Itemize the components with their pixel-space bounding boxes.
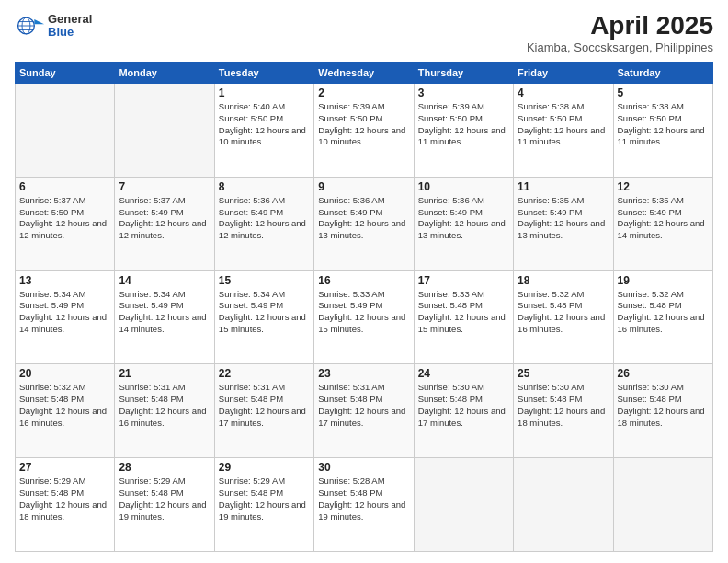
calendar-page: General Blue April 2025 Kiamba, Soccsksa… [0, 0, 728, 563]
calendar-cell: 25Sunrise: 5:30 AM Sunset: 5:48 PM Dayli… [514, 364, 613, 458]
day-info: Sunrise: 5:29 AM Sunset: 5:48 PM Dayligh… [219, 476, 310, 523]
logo-general-text: General [48, 13, 92, 26]
calendar-cell: 5Sunrise: 5:38 AM Sunset: 5:50 PM Daylig… [613, 84, 712, 178]
day-info: Sunrise: 5:36 AM Sunset: 5:49 PM Dayligh… [318, 195, 409, 242]
day-number: 23 [318, 367, 409, 380]
day-number: 17 [418, 274, 509, 287]
day-number: 11 [518, 180, 609, 193]
calendar-week-3: 13Sunrise: 5:34 AM Sunset: 5:49 PM Dayli… [16, 270, 713, 364]
day-info: Sunrise: 5:35 AM Sunset: 5:49 PM Dayligh… [618, 195, 709, 242]
day-info: Sunrise: 5:36 AM Sunset: 5:49 PM Dayligh… [219, 195, 310, 242]
day-header-sunday: Sunday [16, 63, 115, 84]
calendar-cell: 27Sunrise: 5:29 AM Sunset: 5:48 PM Dayli… [16, 458, 115, 552]
calendar-cell: 23Sunrise: 5:31 AM Sunset: 5:48 PM Dayli… [314, 364, 414, 458]
day-number: 28 [119, 461, 210, 474]
day-number: 5 [618, 86, 709, 99]
logo-blue-text: Blue [48, 26, 92, 39]
calendar-cell: 9Sunrise: 5:36 AM Sunset: 5:49 PM Daylig… [314, 177, 414, 270]
day-number: 13 [19, 274, 110, 287]
day-number: 2 [318, 86, 409, 99]
day-info: Sunrise: 5:35 AM Sunset: 5:49 PM Dayligh… [518, 195, 609, 242]
day-info: Sunrise: 5:31 AM Sunset: 5:48 PM Dayligh… [318, 382, 409, 429]
day-number: 12 [618, 180, 709, 193]
day-info: Sunrise: 5:34 AM Sunset: 5:49 PM Dayligh… [19, 289, 110, 336]
day-info: Sunrise: 5:33 AM Sunset: 5:49 PM Dayligh… [318, 289, 409, 336]
day-number: 7 [119, 180, 210, 193]
day-number: 25 [518, 367, 609, 380]
calendar-cell: 30Sunrise: 5:28 AM Sunset: 5:48 PM Dayli… [314, 458, 414, 552]
day-header-saturday: Saturday [613, 63, 712, 84]
title-block: April 2025 Kiamba, Soccsksargen, Philipp… [527, 11, 713, 54]
day-info: Sunrise: 5:39 AM Sunset: 5:50 PM Dayligh… [318, 101, 409, 148]
calendar-cell: 11Sunrise: 5:35 AM Sunset: 5:49 PM Dayli… [514, 177, 613, 270]
day-number: 15 [219, 274, 310, 287]
calendar-cell: 8Sunrise: 5:36 AM Sunset: 5:49 PM Daylig… [214, 177, 313, 270]
day-number: 16 [318, 274, 409, 287]
calendar-cell [16, 84, 115, 178]
day-number: 24 [418, 367, 509, 380]
day-header-wednesday: Wednesday [314, 63, 414, 84]
day-info: Sunrise: 5:30 AM Sunset: 5:48 PM Dayligh… [418, 382, 509, 429]
calendar-cell: 19Sunrise: 5:32 AM Sunset: 5:48 PM Dayli… [613, 270, 712, 364]
calendar-cell: 28Sunrise: 5:29 AM Sunset: 5:48 PM Dayli… [115, 458, 214, 552]
day-number: 1 [219, 86, 310, 99]
day-number: 22 [219, 367, 310, 380]
calendar-cell [613, 458, 712, 552]
day-info: Sunrise: 5:37 AM Sunset: 5:49 PM Dayligh… [119, 195, 210, 242]
calendar-cell: 12Sunrise: 5:35 AM Sunset: 5:49 PM Dayli… [613, 177, 712, 270]
day-number: 21 [119, 367, 210, 380]
day-info: Sunrise: 5:31 AM Sunset: 5:48 PM Dayligh… [119, 382, 210, 429]
day-info: Sunrise: 5:28 AM Sunset: 5:48 PM Dayligh… [318, 476, 409, 523]
calendar-cell [115, 84, 214, 178]
day-header-thursday: Thursday [414, 63, 513, 84]
calendar-cell: 1Sunrise: 5:40 AM Sunset: 5:50 PM Daylig… [214, 84, 313, 178]
calendar-cell: 4Sunrise: 5:38 AM Sunset: 5:50 PM Daylig… [514, 84, 613, 178]
day-info: Sunrise: 5:40 AM Sunset: 5:50 PM Dayligh… [219, 101, 310, 148]
header: General Blue April 2025 Kiamba, Soccsksa… [15, 11, 713, 54]
calendar-cell: 6Sunrise: 5:37 AM Sunset: 5:50 PM Daylig… [16, 177, 115, 270]
calendar-cell: 13Sunrise: 5:34 AM Sunset: 5:49 PM Dayli… [16, 270, 115, 364]
day-info: Sunrise: 5:36 AM Sunset: 5:49 PM Dayligh… [418, 195, 509, 242]
calendar-table: SundayMondayTuesdayWednesdayThursdayFrid… [15, 62, 713, 552]
day-number: 4 [518, 86, 609, 99]
day-info: Sunrise: 5:32 AM Sunset: 5:48 PM Dayligh… [618, 289, 709, 336]
calendar-cell: 22Sunrise: 5:31 AM Sunset: 5:48 PM Dayli… [214, 364, 313, 458]
calendar-cell: 21Sunrise: 5:31 AM Sunset: 5:48 PM Dayli… [115, 364, 214, 458]
day-number: 29 [219, 461, 310, 474]
day-number: 18 [518, 274, 609, 287]
day-number: 6 [19, 180, 110, 193]
calendar-cell: 14Sunrise: 5:34 AM Sunset: 5:49 PM Dayli… [115, 270, 214, 364]
day-number: 14 [119, 274, 210, 287]
calendar-cell: 7Sunrise: 5:37 AM Sunset: 5:49 PM Daylig… [115, 177, 214, 270]
day-info: Sunrise: 5:30 AM Sunset: 5:48 PM Dayligh… [518, 382, 609, 429]
day-info: Sunrise: 5:34 AM Sunset: 5:49 PM Dayligh… [219, 289, 310, 336]
calendar-cell: 15Sunrise: 5:34 AM Sunset: 5:49 PM Dayli… [214, 270, 313, 364]
calendar-cell: 10Sunrise: 5:36 AM Sunset: 5:49 PM Dayli… [414, 177, 513, 270]
calendar-cell: 18Sunrise: 5:32 AM Sunset: 5:48 PM Dayli… [514, 270, 613, 364]
calendar-cell: 24Sunrise: 5:30 AM Sunset: 5:48 PM Dayli… [414, 364, 513, 458]
day-number: 3 [418, 86, 509, 99]
month-title: April 2025 [527, 11, 713, 40]
calendar-cell: 3Sunrise: 5:39 AM Sunset: 5:50 PM Daylig… [414, 84, 513, 178]
calendar-week-1: 1Sunrise: 5:40 AM Sunset: 5:50 PM Daylig… [16, 84, 713, 178]
day-info: Sunrise: 5:38 AM Sunset: 5:50 PM Dayligh… [618, 101, 709, 148]
day-number: 26 [618, 367, 709, 380]
day-info: Sunrise: 5:32 AM Sunset: 5:48 PM Dayligh… [518, 289, 609, 336]
calendar-cell: 2Sunrise: 5:39 AM Sunset: 5:50 PM Daylig… [314, 84, 414, 178]
day-number: 19 [618, 274, 709, 287]
calendar-week-4: 20Sunrise: 5:32 AM Sunset: 5:48 PM Dayli… [16, 364, 713, 458]
day-info: Sunrise: 5:29 AM Sunset: 5:48 PM Dayligh… [119, 476, 210, 523]
day-header-tuesday: Tuesday [214, 63, 313, 84]
day-info: Sunrise: 5:37 AM Sunset: 5:50 PM Dayligh… [19, 195, 110, 242]
day-info: Sunrise: 5:39 AM Sunset: 5:50 PM Dayligh… [418, 101, 509, 148]
logo-text: General Blue [48, 13, 92, 40]
logo: General Blue [15, 11, 92, 40]
day-number: 27 [19, 461, 110, 474]
logo-icon [15, 11, 44, 40]
day-number: 10 [418, 180, 509, 193]
day-header-monday: Monday [115, 63, 214, 84]
calendar-header-row: SundayMondayTuesdayWednesdayThursdayFrid… [16, 63, 713, 84]
calendar-cell: 16Sunrise: 5:33 AM Sunset: 5:49 PM Dayli… [314, 270, 414, 364]
day-info: Sunrise: 5:34 AM Sunset: 5:49 PM Dayligh… [119, 289, 210, 336]
day-info: Sunrise: 5:31 AM Sunset: 5:48 PM Dayligh… [219, 382, 310, 429]
